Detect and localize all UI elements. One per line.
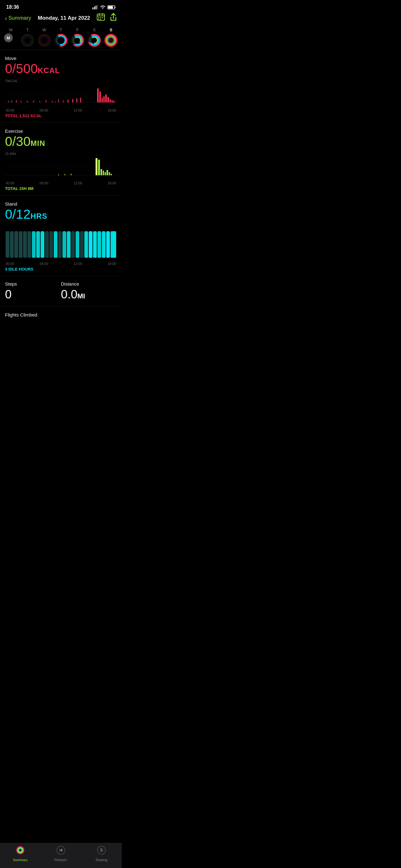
svg-rect-107 (93, 231, 97, 258)
back-label: Summary (8, 15, 31, 21)
svg-rect-95 (41, 231, 44, 258)
svg-rect-112 (112, 231, 116, 258)
svg-rect-109 (102, 231, 106, 258)
move-total: TOTAL 1,512 KCAL (5, 114, 117, 118)
svg-rect-79 (96, 158, 97, 175)
svg-rect-0 (93, 7, 93, 9)
day-item-wed[interactable]: W (37, 28, 51, 47)
svg-rect-91 (23, 231, 27, 258)
stand-time-labels: 00:00 06:00 12:00 18:00 (5, 262, 117, 266)
move-chart-svg (5, 82, 117, 107)
exercise-chart-svg (5, 155, 117, 180)
svg-rect-80 (98, 160, 100, 175)
ring-glow (101, 31, 120, 50)
svg-rect-6 (108, 6, 113, 8)
day-item-sun[interactable]: S (104, 28, 118, 47)
svg-rect-72 (111, 100, 113, 102)
move-label: Move (5, 56, 117, 61)
svg-rect-103 (75, 231, 79, 258)
distance-label: Distance (61, 281, 117, 286)
svg-rect-85 (109, 172, 110, 175)
week-strip: M M T W T (0, 26, 122, 50)
status-time: 18:36 (6, 4, 19, 10)
day-label-sat: S (93, 28, 96, 32)
move-value: 0/500KCAL (5, 62, 117, 76)
header-icons (97, 13, 117, 23)
content-area: Move 0/500KCAL 79KCAL (0, 50, 122, 345)
svg-rect-62 (72, 99, 73, 102)
svg-rect-88 (10, 231, 14, 258)
stand-label: Stand (5, 201, 117, 207)
stand-section: Stand 0/12HRS (0, 195, 122, 276)
share-icon[interactable] (110, 13, 117, 23)
flights-section: Flights Climbed (0, 307, 122, 320)
svg-rect-60 (63, 100, 64, 102)
svg-rect-61 (67, 100, 69, 102)
stand-chart-svg (5, 225, 117, 259)
svg-rect-106 (89, 231, 93, 258)
svg-rect-87 (6, 231, 9, 258)
svg-rect-90 (19, 231, 23, 258)
exercise-label: Exercise (5, 128, 117, 134)
ring-wed (37, 33, 51, 47)
move-time-labels: 00:00 06:00 12:00 18:00 (5, 108, 117, 112)
ring-mon: M (4, 33, 18, 47)
stand-value: 0/12HRS (5, 207, 117, 221)
day-item-thu[interactable]: T (54, 28, 68, 47)
back-button[interactable]: ‹ Summary (5, 15, 31, 22)
day-item-tue[interactable]: T (21, 28, 34, 47)
flights-label: Flights Climbed (5, 312, 117, 317)
svg-rect-5 (115, 6, 115, 8)
calendar-icon[interactable] (97, 13, 105, 23)
svg-rect-12 (98, 19, 99, 20)
svg-rect-108 (97, 231, 101, 258)
svg-rect-67 (101, 98, 103, 102)
svg-rect-54 (33, 100, 34, 102)
svg-rect-89 (14, 231, 18, 258)
svg-rect-2 (96, 6, 97, 9)
header: ‹ Summary Monday, 11 Apr 2022 (0, 12, 122, 26)
svg-rect-83 (105, 172, 106, 175)
steps-value: 0 (5, 288, 61, 301)
svg-rect-59 (58, 99, 59, 102)
steps-distance-row: Steps 0 Distance 0.0MI (0, 276, 122, 307)
exercise-goal: 30 (16, 134, 31, 149)
exercise-current: 0 (5, 134, 12, 149)
day-item-mon[interactable]: M M (4, 28, 18, 47)
svg-rect-55 (39, 101, 40, 102)
day-label-fri: F (76, 28, 79, 32)
svg-rect-10 (100, 17, 101, 18)
stand-current: 0 (5, 207, 12, 221)
stand-chart-area (5, 225, 117, 260)
svg-point-26 (58, 37, 64, 43)
svg-rect-77 (64, 174, 65, 175)
svg-rect-96 (45, 231, 49, 258)
svg-rect-50 (11, 100, 12, 102)
svg-rect-78 (71, 174, 71, 175)
svg-rect-9 (98, 17, 99, 18)
svg-rect-52 (21, 101, 22, 102)
svg-rect-110 (106, 231, 110, 258)
move-unit: KCAL (38, 66, 60, 75)
distance-item: Distance 0.0MI (61, 281, 117, 301)
status-icons (93, 5, 115, 9)
day-item-fri[interactable]: F (71, 28, 84, 47)
svg-rect-70 (107, 97, 109, 102)
svg-rect-68 (103, 96, 105, 102)
svg-rect-100 (63, 231, 66, 258)
day-avatar-mon: M (4, 33, 13, 42)
exercise-section: Exercise 0/30MIN 15 MIN (0, 123, 122, 195)
svg-rect-11 (102, 17, 103, 18)
svg-rect-94 (36, 231, 40, 258)
ring-fri (71, 33, 84, 47)
svg-rect-99 (58, 231, 62, 258)
stand-total: 3 IDLE HOURS (5, 267, 117, 272)
svg-rect-3 (97, 5, 98, 9)
signal-icon (93, 5, 98, 9)
wifi-icon (100, 5, 106, 9)
day-item-sat[interactable]: S (88, 28, 101, 47)
svg-rect-102 (71, 231, 75, 258)
svg-rect-49 (8, 101, 9, 102)
exercise-unit: MIN (31, 139, 45, 148)
day-label-mon: M (9, 28, 12, 32)
